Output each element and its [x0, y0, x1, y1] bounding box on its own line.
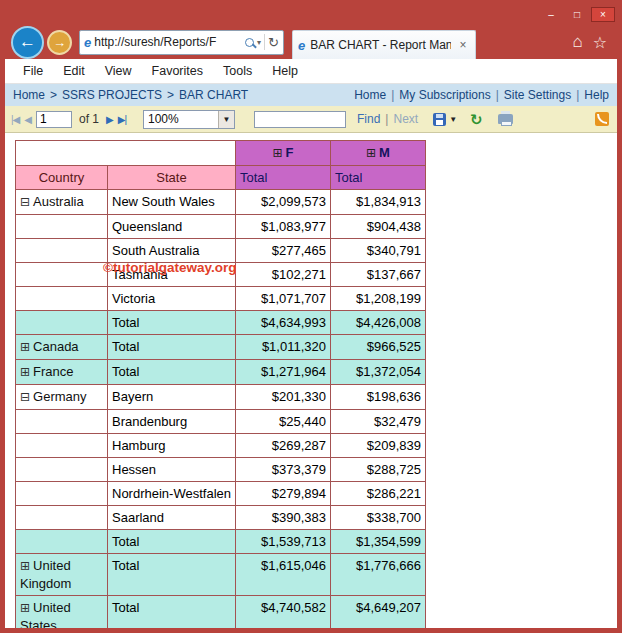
expand-toggle-icon[interactable]: ⊞ — [20, 340, 30, 354]
data-row: Hamburg$269,287$209,839 — [16, 434, 426, 458]
state-cell: Victoria — [108, 287, 236, 311]
total-row: ⊞United StatesTotal$4,740,582$4,649,207 — [16, 596, 426, 629]
browser-tab[interactable]: e BAR CHART - Report Mana... × — [292, 30, 476, 59]
search-icon[interactable] — [245, 38, 254, 47]
collapse-toggle-icon[interactable]: ⊟ — [20, 195, 30, 209]
f-value-cell: $1,539,713 — [236, 530, 331, 554]
country-cell — [16, 506, 108, 530]
refresh-page-icon[interactable]: ↻ — [268, 35, 279, 50]
expand-m-icon[interactable]: ⊞ — [366, 146, 376, 160]
f-value-cell: $4,634,993 — [236, 311, 331, 335]
export-button[interactable]: ▼ — [433, 113, 457, 126]
home-icon[interactable]: ⌂ — [572, 32, 582, 52]
address-bar[interactable]: e http://suresh/Reports/F ▾ ↻ — [79, 30, 284, 55]
print-icon[interactable] — [498, 114, 513, 124]
report-toolbar: |◀ ◀ of 1 ▶ ▶| 100% ▼ Find | Next ▼ ↻ — [5, 106, 617, 133]
menu-item-view[interactable]: View — [95, 64, 142, 78]
page-count-label: of 1 — [79, 112, 99, 126]
expand-toggle-icon[interactable]: ⊞ — [20, 601, 30, 615]
zoom-dropdown-icon[interactable]: ▼ — [218, 111, 234, 128]
country-cell — [16, 458, 108, 482]
country-cell — [16, 215, 108, 239]
breadcrumb-item-home[interactable]: Home — [13, 88, 45, 102]
refresh-report-icon[interactable]: ↻ — [470, 112, 483, 127]
minimize-icon[interactable]: – — [539, 7, 563, 22]
find-text-input[interactable] — [254, 111, 346, 128]
data-row: Queensland$1,083,977$904,438 — [16, 215, 426, 239]
export-save-icon — [433, 113, 446, 126]
breadcrumb-separator: > — [50, 88, 57, 102]
data-row: Brandenburg$25,440$32,479 — [16, 410, 426, 434]
page-number-input[interactable] — [36, 111, 72, 128]
site-link-home[interactable]: Home — [354, 88, 386, 102]
favorites-star-icon[interactable]: ☆ — [593, 33, 607, 52]
gender-f-header: ⊞F — [236, 141, 331, 166]
previous-page-button[interactable]: ◀ — [24, 114, 31, 125]
expand-f-icon[interactable]: ⊞ — [272, 146, 282, 160]
forward-arrow-icon: → — [53, 35, 66, 50]
zoom-select[interactable]: 100% ▼ — [143, 110, 235, 129]
url-text[interactable]: http://suresh/Reports/F — [94, 35, 242, 49]
tab-favicon-icon: e — [298, 38, 305, 53]
report-table-body: ⊟AustraliaNew South Wales$2,099,573$1,83… — [16, 190, 426, 629]
maximize-icon[interactable]: □ — [565, 7, 589, 22]
country-cell: ⊟Germany — [16, 385, 108, 410]
menu-item-help[interactable]: Help — [262, 64, 308, 78]
country-label: Australia — [33, 194, 84, 209]
f-value-cell: $277,465 — [236, 239, 331, 263]
gender-header-row: ⊞F ⊞M — [16, 141, 426, 166]
state-cell: Saarland — [108, 506, 236, 530]
back-button[interactable]: ← — [11, 26, 44, 59]
site-link-site-settings[interactable]: Site Settings — [504, 88, 571, 102]
m-value-cell: $209,839 — [331, 434, 426, 458]
total-row: ⊞United KingdomTotal$1,615,046$1,776,666 — [16, 554, 426, 596]
data-feed-icon[interactable] — [595, 112, 609, 126]
next-page-button[interactable]: ▶ — [106, 114, 113, 125]
address-divider — [264, 34, 265, 50]
state-cell: Total — [108, 554, 236, 596]
menu-item-edit[interactable]: Edit — [53, 64, 95, 78]
m-value-cell: $198,636 — [331, 385, 426, 410]
first-page-button[interactable]: |◀ — [11, 114, 19, 125]
corner-cell — [16, 141, 236, 166]
back-arrow-icon: ← — [19, 32, 36, 52]
state-cell: Hessen — [108, 458, 236, 482]
country-cell — [16, 410, 108, 434]
menu-item-file[interactable]: File — [13, 64, 53, 78]
total-row: ⊞FranceTotal$1,271,964$1,372,054 — [16, 360, 426, 385]
country-label: France — [33, 364, 73, 379]
f-value-cell: $373,379 — [236, 458, 331, 482]
country-cell — [16, 239, 108, 263]
state-cell: Nordrhein-Westfalen — [108, 482, 236, 506]
breadcrumb-item-ssrs-projects[interactable]: SSRS PROJECTS — [62, 88, 162, 102]
menu-item-tools[interactable]: Tools — [213, 64, 262, 78]
address-dropdown-icon[interactable]: ▾ — [257, 38, 261, 47]
column-header-row: Country State Total Total — [16, 166, 426, 190]
collapse-toggle-icon[interactable]: ⊟ — [20, 390, 30, 404]
data-row: South Australia$277,465$340,791 — [16, 239, 426, 263]
total-row: Total$1,539,713$1,354,599 — [16, 530, 426, 554]
close-icon[interactable]: × — [591, 7, 615, 22]
site-link-separator: | — [496, 88, 499, 102]
find-link[interactable]: Find — [357, 112, 380, 126]
m-total-column-header: Total — [331, 166, 426, 190]
country-cell: ⊞Canada — [16, 335, 108, 360]
tab-close-icon[interactable]: × — [456, 38, 470, 52]
country-cell: ⊟Australia — [16, 190, 108, 215]
find-next-separator: | — [385, 112, 388, 126]
site-link-help[interactable]: Help — [584, 88, 609, 102]
total-row: Total$4,634,993$4,426,008 — [16, 311, 426, 335]
state-cell: Hamburg — [108, 434, 236, 458]
forward-button[interactable]: → — [47, 30, 72, 55]
find-next-link[interactable]: Next — [393, 112, 418, 126]
menu-item-favorites[interactable]: Favorites — [142, 64, 213, 78]
country-cell — [16, 434, 108, 458]
expand-toggle-icon[interactable]: ⊞ — [20, 365, 30, 379]
m-value-cell: $32,479 — [331, 410, 426, 434]
last-page-button[interactable]: ▶| — [118, 114, 126, 125]
data-row: Victoria$1,071,707$1,208,199 — [16, 287, 426, 311]
expand-toggle-icon[interactable]: ⊞ — [20, 559, 30, 573]
breadcrumb-item-bar-chart[interactable]: BAR CHART — [179, 88, 248, 102]
m-value-cell: $1,372,054 — [331, 360, 426, 385]
site-link-my-subscriptions[interactable]: My Subscriptions — [399, 88, 490, 102]
